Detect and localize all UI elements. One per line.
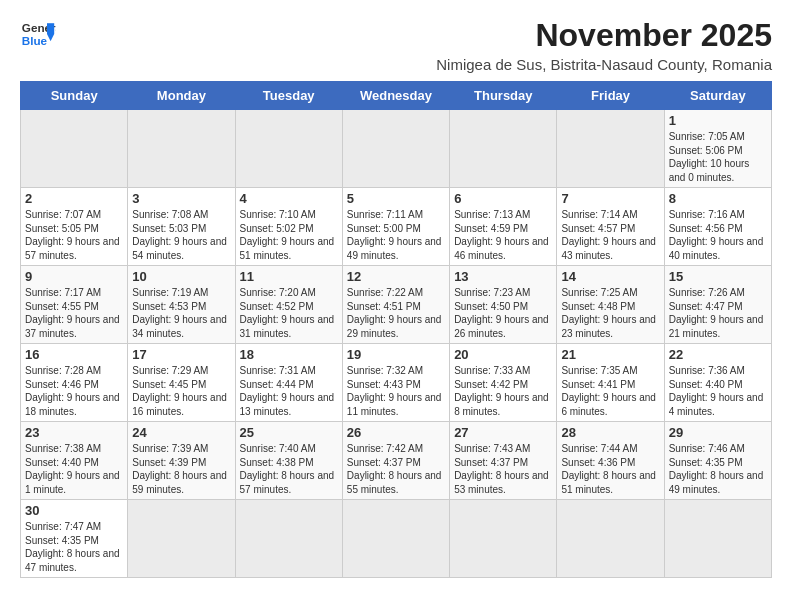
weekday-header-saturday: Saturday xyxy=(664,82,771,110)
day-number: 15 xyxy=(669,269,767,284)
day-number: 1 xyxy=(669,113,767,128)
day-info: Sunrise: 7:35 AM Sunset: 4:41 PM Dayligh… xyxy=(561,364,659,418)
calendar-cell: 14Sunrise: 7:25 AM Sunset: 4:48 PM Dayli… xyxy=(557,266,664,344)
calendar-cell: 21Sunrise: 7:35 AM Sunset: 4:41 PM Dayli… xyxy=(557,344,664,422)
weekday-header-thursday: Thursday xyxy=(450,82,557,110)
calendar-cell xyxy=(342,500,449,578)
day-info: Sunrise: 7:40 AM Sunset: 4:38 PM Dayligh… xyxy=(240,442,338,496)
day-number: 20 xyxy=(454,347,552,362)
month-title: November 2025 xyxy=(436,16,772,54)
calendar-cell: 15Sunrise: 7:26 AM Sunset: 4:47 PM Dayli… xyxy=(664,266,771,344)
day-number: 27 xyxy=(454,425,552,440)
day-info: Sunrise: 7:32 AM Sunset: 4:43 PM Dayligh… xyxy=(347,364,445,418)
day-info: Sunrise: 7:25 AM Sunset: 4:48 PM Dayligh… xyxy=(561,286,659,340)
day-info: Sunrise: 7:33 AM Sunset: 4:42 PM Dayligh… xyxy=(454,364,552,418)
svg-marker-3 xyxy=(47,34,54,41)
day-number: 10 xyxy=(132,269,230,284)
calendar-week-1: 1Sunrise: 7:05 AM Sunset: 5:06 PM Daylig… xyxy=(21,110,772,188)
day-number: 21 xyxy=(561,347,659,362)
calendar-cell: 1Sunrise: 7:05 AM Sunset: 5:06 PM Daylig… xyxy=(664,110,771,188)
calendar-cell: 12Sunrise: 7:22 AM Sunset: 4:51 PM Dayli… xyxy=(342,266,449,344)
day-info: Sunrise: 7:31 AM Sunset: 4:44 PM Dayligh… xyxy=(240,364,338,418)
calendar-cell: 22Sunrise: 7:36 AM Sunset: 4:40 PM Dayli… xyxy=(664,344,771,422)
day-number: 7 xyxy=(561,191,659,206)
weekday-header-row: SundayMondayTuesdayWednesdayThursdayFrid… xyxy=(21,82,772,110)
day-info: Sunrise: 7:13 AM Sunset: 4:59 PM Dayligh… xyxy=(454,208,552,262)
calendar-cell: 30Sunrise: 7:47 AM Sunset: 4:35 PM Dayli… xyxy=(21,500,128,578)
calendar-cell: 20Sunrise: 7:33 AM Sunset: 4:42 PM Dayli… xyxy=(450,344,557,422)
calendar-cell: 16Sunrise: 7:28 AM Sunset: 4:46 PM Dayli… xyxy=(21,344,128,422)
calendar-cell: 6Sunrise: 7:13 AM Sunset: 4:59 PM Daylig… xyxy=(450,188,557,266)
day-info: Sunrise: 7:14 AM Sunset: 4:57 PM Dayligh… xyxy=(561,208,659,262)
day-number: 14 xyxy=(561,269,659,284)
day-info: Sunrise: 7:39 AM Sunset: 4:39 PM Dayligh… xyxy=(132,442,230,496)
weekday-header-tuesday: Tuesday xyxy=(235,82,342,110)
day-info: Sunrise: 7:16 AM Sunset: 4:56 PM Dayligh… xyxy=(669,208,767,262)
calendar-cell xyxy=(128,500,235,578)
svg-text:Blue: Blue xyxy=(22,34,48,47)
calendar-cell xyxy=(21,110,128,188)
day-info: Sunrise: 7:07 AM Sunset: 5:05 PM Dayligh… xyxy=(25,208,123,262)
calendar-cell: 8Sunrise: 7:16 AM Sunset: 4:56 PM Daylig… xyxy=(664,188,771,266)
calendar-cell: 7Sunrise: 7:14 AM Sunset: 4:57 PM Daylig… xyxy=(557,188,664,266)
calendar-cell xyxy=(450,500,557,578)
day-number: 5 xyxy=(347,191,445,206)
calendar-week-4: 16Sunrise: 7:28 AM Sunset: 4:46 PM Dayli… xyxy=(21,344,772,422)
day-info: Sunrise: 7:29 AM Sunset: 4:45 PM Dayligh… xyxy=(132,364,230,418)
day-info: Sunrise: 7:43 AM Sunset: 4:37 PM Dayligh… xyxy=(454,442,552,496)
day-info: Sunrise: 7:36 AM Sunset: 4:40 PM Dayligh… xyxy=(669,364,767,418)
calendar-cell xyxy=(450,110,557,188)
day-info: Sunrise: 7:05 AM Sunset: 5:06 PM Dayligh… xyxy=(669,130,767,184)
day-number: 24 xyxy=(132,425,230,440)
day-info: Sunrise: 7:42 AM Sunset: 4:37 PM Dayligh… xyxy=(347,442,445,496)
day-info: Sunrise: 7:46 AM Sunset: 4:35 PM Dayligh… xyxy=(669,442,767,496)
day-number: 11 xyxy=(240,269,338,284)
day-number: 13 xyxy=(454,269,552,284)
calendar-cell: 25Sunrise: 7:40 AM Sunset: 4:38 PM Dayli… xyxy=(235,422,342,500)
calendar-cell: 27Sunrise: 7:43 AM Sunset: 4:37 PM Dayli… xyxy=(450,422,557,500)
calendar-cell xyxy=(664,500,771,578)
calendar-week-6: 30Sunrise: 7:47 AM Sunset: 4:35 PM Dayli… xyxy=(21,500,772,578)
calendar-cell: 3Sunrise: 7:08 AM Sunset: 5:03 PM Daylig… xyxy=(128,188,235,266)
day-number: 6 xyxy=(454,191,552,206)
day-info: Sunrise: 7:22 AM Sunset: 4:51 PM Dayligh… xyxy=(347,286,445,340)
calendar-cell xyxy=(557,500,664,578)
day-number: 22 xyxy=(669,347,767,362)
calendar-cell xyxy=(235,110,342,188)
page-header: General Blue November 2025 Nimigea de Su… xyxy=(20,16,772,73)
calendar-cell: 29Sunrise: 7:46 AM Sunset: 4:35 PM Dayli… xyxy=(664,422,771,500)
logo: General Blue xyxy=(20,16,56,52)
day-info: Sunrise: 7:44 AM Sunset: 4:36 PM Dayligh… xyxy=(561,442,659,496)
day-info: Sunrise: 7:47 AM Sunset: 4:35 PM Dayligh… xyxy=(25,520,123,574)
day-number: 17 xyxy=(132,347,230,362)
day-info: Sunrise: 7:23 AM Sunset: 4:50 PM Dayligh… xyxy=(454,286,552,340)
calendar-cell xyxy=(235,500,342,578)
calendar-cell: 19Sunrise: 7:32 AM Sunset: 4:43 PM Dayli… xyxy=(342,344,449,422)
day-number: 8 xyxy=(669,191,767,206)
calendar-cell: 4Sunrise: 7:10 AM Sunset: 5:02 PM Daylig… xyxy=(235,188,342,266)
day-number: 9 xyxy=(25,269,123,284)
day-number: 26 xyxy=(347,425,445,440)
day-info: Sunrise: 7:19 AM Sunset: 4:53 PM Dayligh… xyxy=(132,286,230,340)
day-info: Sunrise: 7:08 AM Sunset: 5:03 PM Dayligh… xyxy=(132,208,230,262)
calendar-cell: 9Sunrise: 7:17 AM Sunset: 4:55 PM Daylig… xyxy=(21,266,128,344)
day-number: 18 xyxy=(240,347,338,362)
day-info: Sunrise: 7:11 AM Sunset: 5:00 PM Dayligh… xyxy=(347,208,445,262)
calendar-cell: 10Sunrise: 7:19 AM Sunset: 4:53 PM Dayli… xyxy=(128,266,235,344)
day-info: Sunrise: 7:28 AM Sunset: 4:46 PM Dayligh… xyxy=(25,364,123,418)
day-number: 4 xyxy=(240,191,338,206)
day-number: 23 xyxy=(25,425,123,440)
calendar-table: SundayMondayTuesdayWednesdayThursdayFrid… xyxy=(20,81,772,578)
day-number: 28 xyxy=(561,425,659,440)
day-info: Sunrise: 7:38 AM Sunset: 4:40 PM Dayligh… xyxy=(25,442,123,496)
calendar-cell: 26Sunrise: 7:42 AM Sunset: 4:37 PM Dayli… xyxy=(342,422,449,500)
day-number: 16 xyxy=(25,347,123,362)
weekday-header-monday: Monday xyxy=(128,82,235,110)
calendar-cell: 2Sunrise: 7:07 AM Sunset: 5:05 PM Daylig… xyxy=(21,188,128,266)
calendar-cell: 23Sunrise: 7:38 AM Sunset: 4:40 PM Dayli… xyxy=(21,422,128,500)
day-number: 30 xyxy=(25,503,123,518)
calendar-cell: 5Sunrise: 7:11 AM Sunset: 5:00 PM Daylig… xyxy=(342,188,449,266)
day-number: 2 xyxy=(25,191,123,206)
calendar-cell: 13Sunrise: 7:23 AM Sunset: 4:50 PM Dayli… xyxy=(450,266,557,344)
day-number: 3 xyxy=(132,191,230,206)
